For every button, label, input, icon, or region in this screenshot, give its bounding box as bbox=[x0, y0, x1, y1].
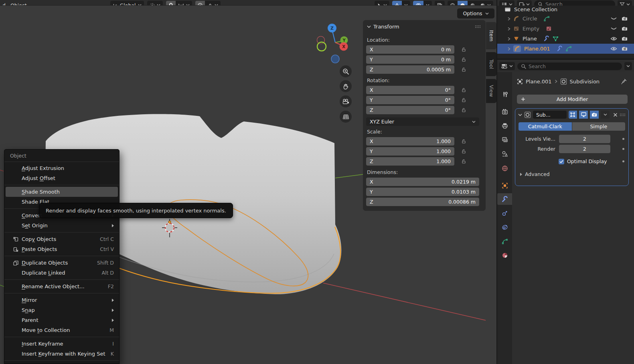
animate-dot-icon[interactable] bbox=[622, 138, 624, 140]
panel-collapse-icon[interactable] bbox=[518, 113, 522, 116]
properties-tab-material[interactable] bbox=[497, 249, 512, 261]
expand-icon[interactable] bbox=[507, 17, 511, 21]
show-gizmo-toggle[interactable] bbox=[392, 1, 402, 6]
menu-item-duplicate-linked[interactable]: Duplicate LinkedAlt D bbox=[6, 268, 118, 278]
show-overlays-toggle[interactable] bbox=[413, 1, 423, 6]
camera-view-button[interactable] bbox=[340, 95, 352, 107]
properties-tab-modifiers[interactable] bbox=[497, 193, 512, 205]
properties-tab-world[interactable] bbox=[497, 162, 512, 174]
gizmo-neg-z-ball[interactable] bbox=[331, 55, 339, 63]
properties-tab-data[interactable] bbox=[497, 235, 512, 247]
properties-tab-output[interactable] bbox=[497, 120, 512, 131]
object-visibility-dropdown[interactable] bbox=[375, 1, 389, 6]
shading-rendered-button[interactable] bbox=[478, 1, 493, 6]
unlock-icon[interactable] bbox=[461, 47, 466, 52]
render-levels-field[interactable]: 2 bbox=[559, 145, 610, 153]
unlock-icon[interactable] bbox=[461, 149, 466, 154]
breadcrumb-object[interactable]: Plane.001 bbox=[526, 79, 552, 85]
snap-settings-dropdown[interactable] bbox=[176, 1, 192, 6]
mode-fragment[interactable]: d bbox=[1, 2, 7, 6]
catmull-clark-button[interactable]: Catmull-Clark bbox=[519, 122, 572, 131]
unlock-icon[interactable] bbox=[461, 139, 466, 144]
levels-viewport-field[interactable]: 2 bbox=[559, 135, 610, 143]
grp-location-x-field[interactable]: X0 m bbox=[366, 45, 454, 54]
object-menu[interactable]: Object bbox=[7, 2, 30, 6]
menu-item-insert-keyframe-with-keying-set[interactable]: Insert Keyframe with Keying SetK bbox=[6, 349, 118, 359]
grp-dimensions-z-field[interactable]: Z0.00086 m bbox=[366, 198, 479, 206]
grp-location-y-field[interactable]: Y0 m bbox=[366, 55, 454, 64]
menu-item-set-origin[interactable]: Set Origin bbox=[6, 220, 118, 231]
grp-rotation-y-field[interactable]: Y0° bbox=[366, 96, 454, 104]
simple-button[interactable]: Simple bbox=[572, 122, 626, 131]
camera-visibility-icon[interactable] bbox=[622, 26, 628, 31]
options-dropdown[interactable]: Options bbox=[457, 8, 494, 18]
grp-location-z-field[interactable]: Z0.0005 m bbox=[366, 65, 454, 74]
modifier-name-field[interactable]: Sub... bbox=[533, 111, 567, 119]
menu-item-paste-objects[interactable]: Paste ObjectsCtrl V bbox=[6, 244, 118, 254]
gizmo-dropdown[interactable] bbox=[402, 1, 410, 6]
outliner-item-empty[interactable]: Empty bbox=[497, 24, 634, 34]
properties-search-input[interactable] bbox=[529, 63, 618, 69]
unlock-icon[interactable] bbox=[461, 107, 466, 113]
eye-closed-icon[interactable] bbox=[610, 16, 617, 21]
unlock-icon[interactable] bbox=[461, 57, 466, 62]
outliner-item-plane-001[interactable]: Plane.001 bbox=[497, 44, 634, 54]
expand-icon[interactable] bbox=[507, 37, 511, 41]
grp-dimensions-y-field[interactable]: Y0.0103 m bbox=[366, 188, 479, 196]
scene-collection-row[interactable]: Scene Collection bbox=[497, 5, 634, 14]
menu-item-adjust-offset[interactable]: Adjust Offset bbox=[6, 173, 118, 183]
properties-options-dropdown[interactable] bbox=[624, 62, 632, 70]
transform-panel-header[interactable]: Transform bbox=[367, 24, 399, 30]
properties-tab-scene[interactable] bbox=[497, 148, 512, 160]
grp-rotation-x-field[interactable]: X0° bbox=[366, 86, 454, 94]
close-icon[interactable] bbox=[613, 113, 618, 117]
menu-item-adjust-extrusion[interactable]: Adjust Extrusion bbox=[6, 163, 118, 173]
eye-open-icon[interactable] bbox=[610, 36, 617, 41]
shading-solid-button[interactable] bbox=[458, 1, 468, 6]
modifier-editmode-toggle[interactable] bbox=[569, 111, 577, 119]
properties-search[interactable] bbox=[517, 63, 622, 70]
falloff-dropdown[interactable] bbox=[205, 1, 221, 6]
menu-item-mirror[interactable]: Mirror bbox=[6, 295, 118, 305]
breadcrumb-modifier[interactable]: Subdivision bbox=[570, 79, 600, 85]
xray-toggle[interactable] bbox=[435, 1, 445, 6]
properties-tab-particles[interactable] bbox=[497, 207, 512, 219]
pan-button[interactable] bbox=[340, 80, 352, 92]
unlock-icon[interactable] bbox=[461, 159, 466, 164]
pivot-point-dropdown[interactable] bbox=[147, 1, 163, 6]
properties-tab-object[interactable] bbox=[497, 180, 512, 191]
menu-item-parent[interactable]: Parent bbox=[6, 315, 118, 325]
advanced-section-toggle[interactable]: Advanced bbox=[520, 171, 628, 177]
modifier-realtime-toggle[interactable] bbox=[579, 111, 588, 119]
menu-item-insert-keyframe[interactable]: Insert KeyframeI bbox=[6, 339, 118, 349]
modifier-extras-dropdown[interactable] bbox=[601, 111, 610, 119]
gizmo-neg-y-ball[interactable] bbox=[317, 42, 326, 51]
menu-item-move-to-collection[interactable]: Move to CollectionM bbox=[6, 325, 118, 335]
animate-dot-icon[interactable] bbox=[622, 148, 624, 150]
pin-icon[interactable] bbox=[621, 79, 627, 85]
camera-visibility-icon[interactable] bbox=[622, 46, 628, 51]
eye-open-icon[interactable] bbox=[610, 47, 617, 51]
grp-scale-y-field[interactable]: Y1.000 bbox=[366, 147, 454, 156]
menu-item-copy-objects[interactable]: Copy ObjectsCtrl C bbox=[6, 234, 118, 244]
grp-rotation-z-field[interactable]: Z0° bbox=[366, 106, 454, 114]
menu-item-duplicate-objects[interactable]: Duplicate ObjectsShift D bbox=[6, 258, 118, 268]
navigation-gizmo[interactable]: Z Y X bbox=[312, 18, 360, 66]
outliner-item-circle[interactable]: Circle bbox=[497, 14, 634, 24]
menu-item-rename-active-object[interactable]: Rename Active Object...F2 bbox=[6, 281, 118, 291]
shading-material-button[interactable] bbox=[468, 1, 478, 6]
properties-tab-tool[interactable] bbox=[497, 89, 512, 100]
camera-visibility-icon[interactable] bbox=[622, 16, 628, 21]
unlock-icon[interactable] bbox=[461, 67, 466, 72]
unlock-icon[interactable] bbox=[461, 97, 466, 103]
unlock-icon[interactable] bbox=[461, 87, 466, 93]
gizmo-z-ball[interactable]: Z bbox=[328, 24, 336, 32]
expand-icon[interactable] bbox=[507, 47, 511, 51]
optimal-display-checkbox[interactable] bbox=[559, 159, 564, 164]
properties-tab-render[interactable] bbox=[497, 106, 512, 117]
sidebar-tab-view[interactable]: View bbox=[486, 79, 496, 103]
sidebar-tab-item[interactable]: Item bbox=[486, 22, 496, 49]
modifier-render-toggle[interactable] bbox=[590, 111, 599, 119]
shading-wireframe-button[interactable] bbox=[448, 1, 458, 6]
proportional-editing-toggle[interactable] bbox=[195, 1, 205, 6]
